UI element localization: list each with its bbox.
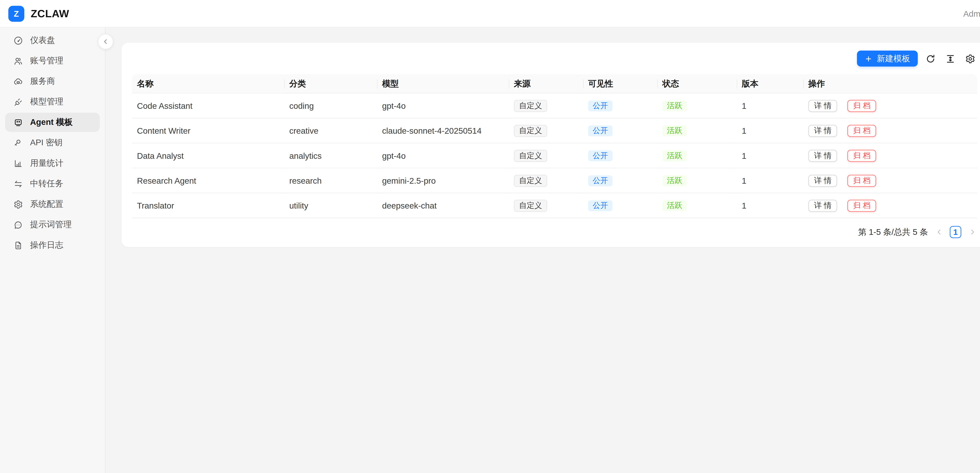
source-tag: 自定义 — [514, 100, 547, 112]
source-tag: 自定义 — [514, 199, 547, 212]
archive-button[interactable]: 归 档 — [847, 174, 876, 186]
detail-button[interactable]: 详 情 — [808, 199, 837, 212]
table-header-row: 名称 分类 模型 来源 可见性 状态 版本 操作 — [132, 74, 977, 94]
sidebar-item-dashboard[interactable]: 仪表盘 — [5, 31, 100, 50]
cell-model: gpt-4o — [377, 94, 509, 118]
status-tag: 活跃 — [662, 175, 687, 186]
archive-button[interactable]: 归 档 — [847, 124, 876, 137]
sidebar-item-providers[interactable]: 服务商 — [5, 72, 100, 91]
sidebar-item-label: 用量统计 — [30, 158, 63, 169]
agent-template-table: 名称 分类 模型 来源 可见性 状态 版本 操作 Code Assistant … — [132, 74, 977, 218]
chat-bubble-icon — [14, 220, 23, 229]
column-header-actions: 操作 — [803, 74, 977, 94]
archive-button[interactable]: 归 档 — [847, 150, 876, 161]
cell-model: deepseek-chat — [377, 193, 509, 218]
table-row: Content Writer creative claude-sonnet-4-… — [132, 118, 977, 143]
new-template-label: 新建模板 — [877, 53, 910, 64]
sidebar-item-prompts[interactable]: 提示词管理 — [5, 215, 100, 234]
cell-category: coding — [284, 94, 377, 118]
sidebar-item-label: 仪表盘 — [30, 35, 55, 46]
status-tag: 活跃 — [662, 200, 687, 211]
robot-icon — [14, 118, 23, 127]
new-template-button[interactable]: 新建模板 — [857, 51, 918, 67]
pagination: 第 1-5 条/总共 5 条 1 — [132, 226, 977, 238]
source-tag: 自定义 — [514, 174, 547, 186]
sidebar-item-label: 模型管理 — [30, 96, 63, 108]
pagination-page-1[interactable]: 1 — [950, 226, 961, 238]
cell-version: 1 — [737, 168, 803, 193]
cell-name: Data Analyst — [132, 143, 284, 168]
refresh-icon-button[interactable] — [924, 51, 938, 66]
table-row: Code Assistant coding gpt-4o 自定义 公开 活跃 1… — [132, 94, 977, 118]
sidebar-item-accounts[interactable]: 账号管理 — [5, 51, 100, 70]
sidebar-item-label: 提示词管理 — [30, 219, 72, 231]
cell-category: analytics — [284, 143, 377, 168]
cell-model: gpt-4o — [377, 143, 509, 168]
source-tag: 自定义 — [514, 124, 547, 137]
detail-button[interactable]: 详 情 — [808, 100, 837, 112]
sidebar-item-agent-templates[interactable]: Agent 模板 — [5, 113, 100, 132]
archive-button[interactable]: 归 档 — [847, 100, 876, 112]
gear-icon — [14, 199, 23, 209]
plug-icon — [14, 97, 23, 107]
column-header-version: 版本 — [737, 74, 803, 94]
visibility-tag: 公开 — [588, 200, 612, 211]
settings-icon-button[interactable] — [963, 51, 977, 66]
table-toolbar: 新建模板 — [132, 51, 977, 67]
sidebar-item-label: 账号管理 — [30, 55, 63, 67]
refresh-icon — [926, 54, 936, 64]
status-tag: 活跃 — [662, 100, 687, 111]
sidebar-collapse-button[interactable] — [98, 34, 113, 49]
sidebar-item-operation-logs[interactable]: 操作日志 — [5, 236, 100, 255]
visibility-tag: 公开 — [588, 125, 612, 136]
archive-button[interactable]: 归 档 — [847, 199, 876, 212]
cell-model: claude-sonnet-4-20250514 — [377, 118, 509, 143]
cell-model: gemini-2.5-pro — [377, 168, 509, 193]
detail-button[interactable]: 详 情 — [808, 124, 837, 137]
sidebar-item-label: 操作日志 — [30, 239, 63, 251]
agent-template-card: 新建模板 — [121, 43, 980, 247]
sidebar-item-models[interactable]: 模型管理 — [5, 92, 100, 111]
dashboard-icon — [14, 35, 23, 45]
sidebar-item-label: 系统配置 — [30, 198, 63, 210]
column-header-name: 名称 — [132, 74, 284, 94]
column-height-icon-button[interactable] — [943, 51, 958, 66]
table-row: Translator utility deepseek-chat 自定义 公开 … — [132, 193, 977, 218]
visibility-tag: 公开 — [588, 100, 612, 111]
users-icon — [14, 56, 23, 66]
detail-button[interactable]: 详 情 — [808, 150, 837, 161]
brand-title: ZCLAW — [31, 8, 69, 20]
cell-name: Code Assistant — [132, 94, 284, 118]
column-header-category: 分类 — [284, 74, 377, 94]
plus-icon — [865, 55, 872, 62]
chevron-right-icon — [969, 229, 976, 236]
pagination-prev-button[interactable] — [934, 226, 944, 238]
cell-name: Research Agent — [132, 168, 284, 193]
status-tag: 活跃 — [662, 125, 687, 136]
sidebar-item-api-keys[interactable]: API 密钥 — [5, 133, 100, 152]
sidebar: 仪表盘 账号管理 服务商 模型管理 Agent 模板 — [0, 27, 106, 473]
app-root: Z ZCLAW Admin 仪表盘 账号管理 服务商 模型管理 — [0, 0, 980, 473]
visibility-tag: 公开 — [588, 150, 612, 161]
main-content: 新建模板 — [106, 27, 980, 473]
sidebar-item-system-config[interactable]: 系统配置 — [5, 195, 100, 214]
bar-chart-icon — [14, 158, 23, 168]
sidebar-item-relay-tasks[interactable]: 中转任务 — [5, 174, 100, 193]
cell-category: research — [284, 168, 377, 193]
cell-name: Content Writer — [132, 118, 284, 143]
cell-name: Translator — [132, 193, 284, 218]
status-tag: 活跃 — [662, 150, 687, 161]
pagination-next-button[interactable] — [967, 226, 977, 238]
sidebar-item-usage-stats[interactable]: 用量统计 — [5, 154, 100, 173]
detail-button[interactable]: 详 情 — [808, 174, 837, 186]
cloud-provider-icon — [14, 76, 23, 86]
document-icon — [14, 240, 23, 250]
visibility-tag: 公开 — [588, 175, 612, 186]
cell-version: 1 — [737, 118, 803, 143]
user-menu[interactable]: Admin — [963, 9, 980, 18]
app-header: Z ZCLAW Admin — [0, 0, 980, 27]
chevron-left-icon — [935, 229, 942, 236]
table-row: Research Agent research gemini-2.5-pro 自… — [132, 168, 977, 193]
source-tag: 自定义 — [514, 150, 547, 161]
cell-category: creative — [284, 118, 377, 143]
